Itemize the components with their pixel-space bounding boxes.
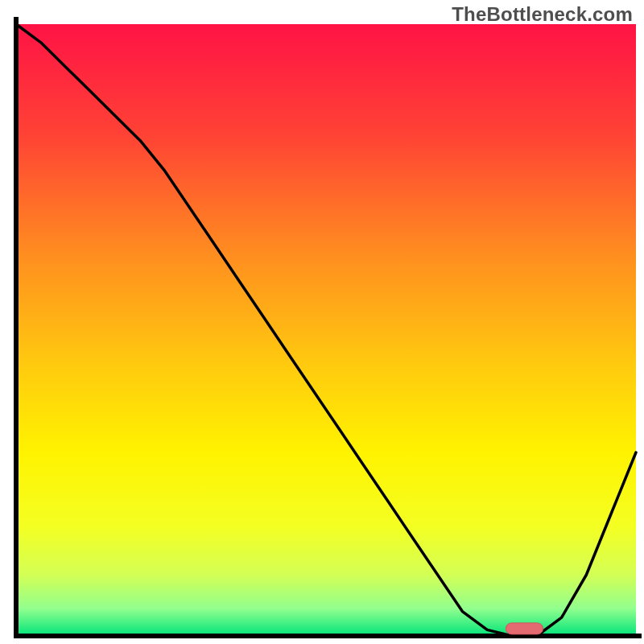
bottleneck-chart [0, 0, 644, 644]
svg-rect-3 [506, 623, 543, 634]
svg-rect-0 [16, 24, 636, 636]
chart-container: TheBottleneck.com [0, 0, 644, 644]
